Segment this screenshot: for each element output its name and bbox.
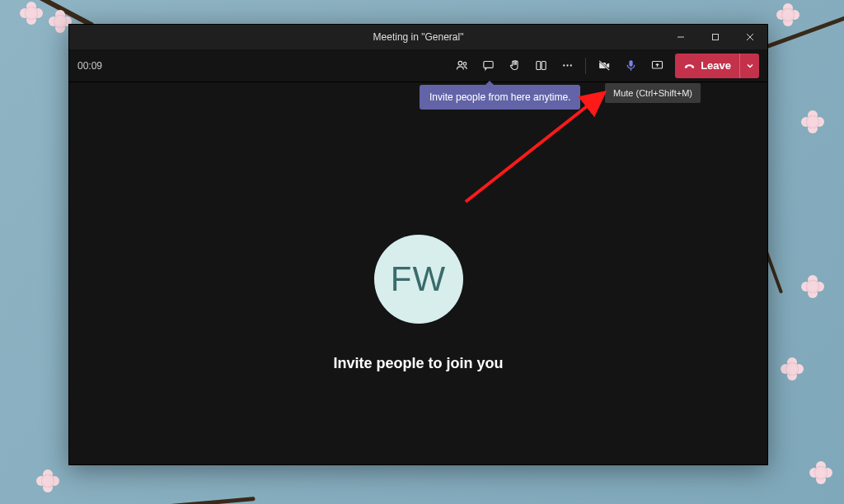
svg-rect-14 (629, 60, 632, 67)
svg-rect-8 (542, 62, 546, 70)
avatar-initials: FW (391, 259, 446, 299)
chat-button[interactable] (476, 54, 500, 78)
raise-hand-icon (508, 58, 522, 72)
svg-point-11 (570, 64, 571, 66)
share-icon (650, 58, 664, 72)
svg-point-5 (463, 63, 467, 66)
chevron-down-icon (746, 62, 754, 70)
flower-decor (25, 7, 38, 20)
flower-decor (41, 474, 54, 488)
window-controls (663, 25, 767, 49)
meeting-stage: FW Invite people to join you (69, 82, 767, 464)
share-screen-button[interactable] (645, 54, 669, 78)
hangup-icon (683, 59, 696, 72)
desktop-background: Meeting in "General" 00:09 (0, 0, 844, 504)
microphone-icon (624, 58, 638, 72)
svg-point-10 (566, 64, 568, 66)
flower-decor (814, 466, 828, 479)
camera-toggle-button[interactable] (592, 54, 617, 78)
leave-button-main[interactable]: Leave (675, 59, 739, 72)
meeting-toolbar: 00:09 (69, 49, 767, 82)
svg-point-9 (563, 64, 565, 66)
invite-coachmark[interactable]: Invite people from here anytime. (420, 85, 580, 110)
svg-rect-1 (713, 35, 719, 40)
ellipsis-icon (560, 58, 574, 72)
minimize-button[interactable] (663, 25, 698, 49)
chat-icon (481, 58, 495, 72)
tooltip-text: Mute (Ctrl+Shift+M) (613, 88, 692, 98)
maximize-button[interactable] (698, 25, 733, 49)
rooms-icon (534, 58, 548, 72)
leave-button[interactable]: Leave (675, 54, 759, 78)
leave-button-caret[interactable] (739, 54, 759, 78)
flower-decor (54, 15, 67, 28)
reactions-button[interactable] (502, 54, 527, 78)
minimize-icon (677, 33, 685, 41)
branch-decor (0, 497, 256, 504)
meeting-window: Meeting in "General" 00:09 (68, 24, 768, 465)
svg-rect-7 (536, 62, 540, 70)
toolbar-separator (585, 58, 586, 74)
coachmark-text: Invite people from here anytime. (429, 91, 570, 103)
flower-decor (806, 280, 819, 293)
flower-decor (781, 8, 795, 21)
more-actions-button[interactable] (555, 54, 579, 78)
flower-decor (806, 115, 819, 128)
camera-off-icon (598, 58, 612, 72)
svg-point-4 (458, 61, 462, 65)
invite-heading: Invite people to join you (333, 355, 503, 372)
maximize-icon (711, 33, 720, 41)
people-icon (455, 58, 469, 72)
leave-button-label: Leave (701, 59, 731, 72)
close-icon (746, 33, 754, 41)
mute-tooltip: Mute (Ctrl+Shift+M) (605, 83, 701, 103)
rooms-button[interactable] (528, 54, 553, 78)
mic-toggle-button[interactable] (618, 54, 643, 78)
close-button[interactable] (733, 25, 767, 49)
svg-rect-6 (483, 62, 492, 68)
participant-avatar: FW (374, 235, 463, 324)
window-title: Meeting in "General" (373, 31, 464, 43)
window-titlebar[interactable]: Meeting in "General" (69, 25, 767, 49)
call-timer: 00:09 (77, 60, 102, 72)
participants-button[interactable] (449, 54, 474, 78)
flower-decor (785, 362, 799, 376)
